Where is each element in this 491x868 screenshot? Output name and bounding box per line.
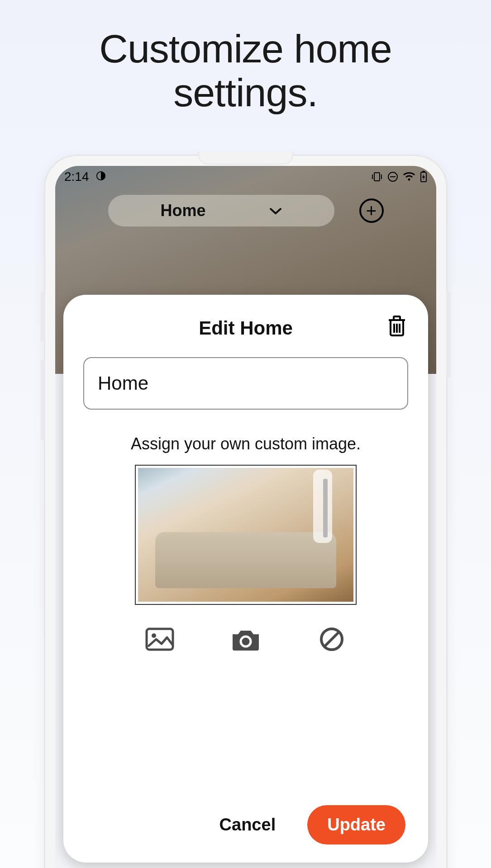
vibrate-icon [371, 172, 383, 182]
moon-icon [96, 171, 106, 181]
modal-title: Edit Home [199, 317, 293, 339]
room-photo [138, 468, 353, 602]
marketing-headline-text: Customize homesettings. [99, 26, 391, 115]
phone-earpiece [198, 152, 293, 165]
battery-icon [420, 171, 427, 183]
trash-icon [387, 315, 407, 339]
image-preview[interactable] [135, 465, 357, 605]
camera-button[interactable] [230, 627, 262, 654]
status-bar: 2:14 [55, 166, 436, 188]
delete-button[interactable] [386, 316, 408, 338]
svg-rect-8 [422, 171, 425, 172]
svg-point-6 [408, 179, 410, 181]
gallery-button[interactable] [144, 627, 176, 654]
svg-marker-9 [422, 174, 425, 180]
svg-line-20 [324, 632, 339, 646]
phone-side-button [41, 292, 45, 341]
phone-frame: 2:14 [45, 156, 446, 868]
chevron-down-icon [269, 203, 282, 218]
wifi-icon [403, 172, 415, 182]
home-name-input[interactable] [83, 357, 408, 410]
status-time: 2:14 [64, 170, 106, 184]
image-icon [145, 627, 174, 653]
svg-rect-12 [394, 316, 400, 320]
clear-image-button[interactable] [316, 627, 348, 654]
edit-home-modal: Edit Home Assign your [63, 295, 428, 863]
cancel-button[interactable]: Cancel [219, 815, 276, 835]
camera-icon [230, 627, 262, 653]
svg-point-17 [152, 633, 156, 638]
image-tools [83, 627, 408, 654]
update-button[interactable]: Update [307, 805, 405, 844]
top-bar: Home + [55, 193, 436, 228]
phone-side-button [446, 292, 451, 377]
status-time-text: 2:14 [64, 170, 89, 184]
add-button[interactable]: + [359, 198, 384, 223]
home-selector[interactable]: Home [108, 195, 334, 226]
phone-screen: 2:14 [55, 166, 436, 868]
phone-side-button [41, 359, 45, 441]
plus-icon: + [366, 202, 377, 220]
assign-image-label: Assign your own custom image. [83, 434, 408, 453]
no-icon [319, 627, 344, 654]
dnd-icon [387, 171, 398, 182]
home-selector-label: Home [160, 201, 205, 220]
svg-rect-1 [374, 173, 380, 181]
marketing-headline: Customize homesettings. [0, 27, 491, 115]
